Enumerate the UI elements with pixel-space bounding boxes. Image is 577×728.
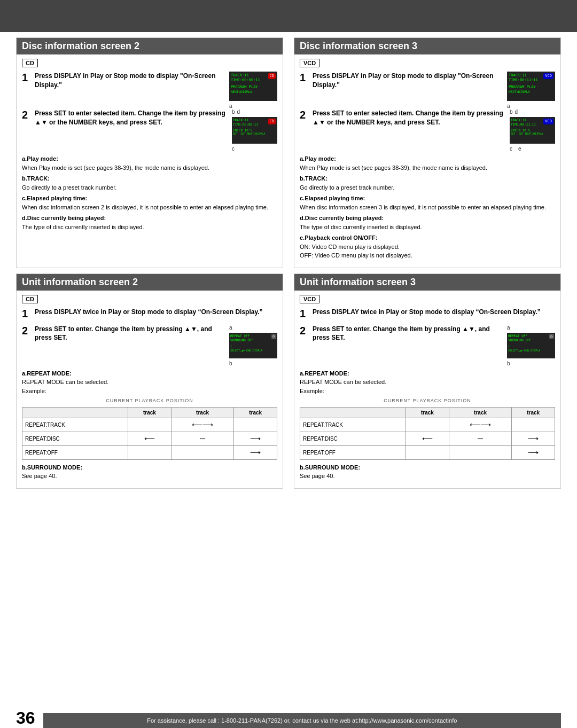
disc3-screen1-label-a: a — [507, 103, 510, 109]
disc-info-screen-2: Disc information screen 2 CD 1 Press DIS… — [16, 37, 283, 268]
unit2-row2-arrow3: ⟶ — [234, 432, 277, 445]
unit2-note-b-title: b.SURROUND MODE: — [22, 464, 82, 471]
unit3-note-a-text: REPEAT MODE can be selected. — [300, 379, 386, 385]
unit2-row2-arrow: ⟵ — [128, 432, 171, 445]
unit-info-2-inner: CD 1 Press DISPLAY twice in Play or Stop… — [17, 295, 283, 481]
disc2-step1-text: Press DISPLAY in Play or Stop mode to di… — [35, 72, 226, 90]
unit2-col3: track — [234, 407, 277, 418]
unit3-step1-bold: Press DISPLAY twice in Play or Stop mode… — [313, 308, 541, 316]
disc3-step2-row: 2 Press SET to enter selected item. Chan… — [300, 109, 555, 152]
unit3-row3: REPEAT:OFF ⟶ — [300, 445, 555, 459]
disc3-step1-text: Press DISPLAY in Play or Stop mode to di… — [313, 72, 504, 90]
disc2-step1: 1 Press DISPLAY in Play or Stop mode to … — [22, 72, 226, 90]
disc2-note-a-text: When Play mode is set (see pages 38-39),… — [22, 165, 209, 171]
unit3-example-label: Example: — [300, 388, 324, 394]
disc-info-3-title: Disc information screen 3 — [294, 38, 560, 54]
disc3-step1-num: 1 — [300, 72, 308, 83]
disc3-step2-text: Press SET to enter selected item. Change… — [313, 109, 506, 127]
disc3-note-e-off: OFF: Video CD menu play is not displayed… — [300, 252, 412, 259]
unit2-note-b: b.SURROUND MODE: See page 40. — [22, 463, 277, 481]
main-content: Disc information screen 2 CD 1 Press DIS… — [0, 32, 577, 706]
unit-info-screen-3: Unit information screen 3 VCD 1 Press DI… — [294, 273, 561, 489]
unit3-col2: track — [449, 407, 512, 418]
disc3-note-b-text: Go directly to a preset track number. — [300, 184, 394, 191]
page-wrapper: Disc information screen 2 CD 1 Press DIS… — [0, 0, 577, 728]
unit2-note-b-text: See page 40. — [22, 473, 57, 479]
disc3-note-d-text: The type of disc currently inserted is d… — [300, 224, 422, 230]
disc3-screen1-mock: TRACK:11 TIME:00:11:11 PROGRAM PLAY NEXT… — [507, 72, 555, 101]
page-footer-area: 36 For assistance, please call : 1-800-2… — [0, 706, 577, 728]
disc3-step1: 1 Press DISPLAY in Play or Stop mode to … — [300, 72, 504, 90]
disc3-step2: 2 Press SET to enter selected item. Chan… — [300, 109, 506, 127]
unit3-row3-arrow3: ⟶ — [512, 445, 555, 459]
unit3-screen-label-b: b — [507, 361, 510, 366]
unit-info-2-title: Unit information screen 2 — [17, 274, 283, 291]
unit2-row3-arrow3: ⟶ — [234, 445, 277, 459]
disc3-screen2-mock: TRACK:11 TIME:00:11:11 ENTER 10'S SET :S… — [510, 117, 555, 144]
disc2-step2-num: 2 — [22, 109, 30, 121]
disc-info-2-inner: CD 1 Press DISPLAY in Play or Stop mode … — [17, 59, 283, 231]
cd-icon-2: CD — [268, 119, 276, 124]
disc3-note-a-text: When Play mode is set (see pages 38-39),… — [300, 165, 487, 171]
disc2-step1-row: 1 Press DISPLAY in Play or Stop mode to … — [22, 72, 277, 109]
unit2-row3-arrow — [128, 445, 171, 459]
unit-info-3-inner: VCD 1 Press DISPLAY twice in Play or Sto… — [294, 295, 560, 481]
disc3-label-b: b — [510, 109, 513, 115]
unit3-row2-arrow2: ─ — [449, 432, 512, 445]
unit3-row3-arrow2 — [449, 445, 512, 459]
unit2-screen-label-b: b — [229, 361, 232, 366]
disc2-screen2-mock: TRACK:11 TIME:00:00:11 ENTER 10'S SET :S… — [232, 117, 277, 144]
disc2-note-b-text: Go directly to a preset track number. — [22, 184, 116, 191]
unit2-col-header-empty — [22, 407, 128, 418]
disc3-note-a-title: a.Play mode: — [300, 155, 336, 162]
label-d: d — [237, 109, 240, 115]
unit2-note-a-text: REPEAT MODE can be selected. — [22, 379, 108, 385]
disc3-screen2-label-ce: c e — [510, 146, 521, 152]
disc2-note-d: d.Disc currently being played: The type … — [22, 214, 277, 231]
disc3-notes: a.Play mode: When Play mode is set (see … — [300, 154, 555, 260]
disc2-screen1: TRACK:11 TIME:00:00:11 PROGRAM PLAY NEXT… — [229, 72, 277, 109]
unit2-row3-label: REPEAT:OFF — [22, 445, 128, 459]
unit3-note-a-title: a.REPEAT MODE: — [300, 370, 349, 377]
unit3-row2-arrow: ⟵ — [406, 432, 449, 445]
unit2-step2-text: Press SET to enter. Change the item by p… — [35, 325, 226, 343]
unit3-row1: REPEAT:TRACK ⟵⟶ — [300, 418, 555, 432]
unit2-row1: REPEAT:TRACK ⟵⟶ — [22, 418, 277, 432]
unit-info-3-title: Unit information screen 3 — [294, 274, 560, 291]
unit2-badge-cd: CD — [22, 295, 38, 303]
disc2-note-a-title: a.Play mode: — [22, 155, 58, 162]
page-number: 36 — [16, 708, 35, 728]
disc3-note-e-on: ON: Video CD menu play is displayed. — [300, 244, 400, 250]
disc2-note-a: a.Play mode: When Play mode is set (see … — [22, 154, 277, 172]
unit3-screen-mock: REPEAT OFF SURROUND OFF | SELECT:▲▼ END:… — [507, 333, 555, 358]
unit3-row3-arrow — [406, 445, 449, 459]
screen1-label-a: a — [229, 103, 232, 109]
unit3-row2-arrow3: ⟶ — [512, 432, 555, 445]
disc2-screen1-mock: TRACK:11 TIME:00:00:11 PROGRAM PLAY NEXT… — [229, 72, 277, 101]
unit3-repeat-table: track track track REPEAT:TRACK ⟵⟶ — [300, 407, 555, 460]
unit3-current-pb: CURRENT PLAYBACK POSITION — [300, 397, 555, 405]
unit3-step2: 2 Press SET to enter. Change the item by… — [300, 325, 504, 343]
vcd-icon-2: VCD — [543, 119, 553, 124]
unit2-col1: track — [128, 407, 171, 418]
disc3-note-e-title: e.Playback control ON/OFF: — [300, 234, 377, 241]
unit3-row3-label: REPEAT:OFF — [300, 445, 406, 459]
unit2-col2: track — [171, 407, 234, 418]
unit3-row1-arrow — [406, 418, 449, 432]
disc3-note-c-title: c.Elapsed playing time: — [300, 195, 365, 201]
unit3-step2-num: 2 — [300, 325, 308, 336]
unit2-row1-arrow — [128, 418, 171, 432]
disc3-label-d: d — [515, 109, 518, 115]
disc2-step2-row: 2 Press SET to enter selected item. Chan… — [22, 109, 277, 152]
unit2-step2-num: 2 — [22, 325, 30, 336]
unit3-note-a: a.REPEAT MODE: REPEAT MODE can be select… — [300, 369, 555, 396]
unit3-row2-label: REPEAT:DISC — [300, 432, 406, 445]
disc3-note-c: c.Elapsed playing time: When disc inform… — [300, 194, 555, 212]
unit2-example-label: Example: — [22, 388, 46, 394]
disc-info-screen-3: Disc information screen 3 VCD 1 Press DI… — [294, 37, 561, 268]
unit2-screen: a REPEAT OFF SURROUND OFF | SELECT:▲▼ EN… — [229, 325, 277, 366]
disc3-step1-row: 1 Press DISPLAY in Play or Stop mode to … — [300, 72, 555, 109]
unit2-repeat-table: track track track REPEAT:TRACK ⟵⟶ — [22, 407, 277, 460]
unit2-row3-arrow2 — [171, 445, 234, 459]
disc3-note-d: d.Disc currently being played: The type … — [300, 214, 555, 231]
